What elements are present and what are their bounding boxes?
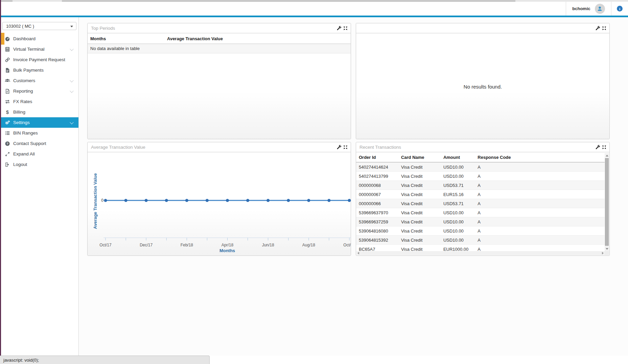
- column-header-amount[interactable]: Amount: [441, 153, 475, 162]
- data-point[interactable]: [287, 199, 290, 202]
- transaction-row[interactable]: 540274413799Visa CreditUSD10.00A: [356, 172, 605, 181]
- transaction-cell: EUR15.16: [441, 190, 475, 199]
- average-transaction-value-line-chart: Oct/17Dec/17Feb/18Apr/18Jun/18Aug/18Oct/…: [88, 153, 351, 256]
- merchant-select[interactable]: 103002 ( MC ): [2, 22, 76, 30]
- panel-results: No results found.: [356, 23, 610, 139]
- widget-config-wrench-icon[interactable]: [337, 145, 341, 149]
- data-point[interactable]: [145, 199, 148, 202]
- sidebar-item-expand-all[interactable]: Expand All: [0, 149, 78, 159]
- column-header-response-code[interactable]: Response Code: [475, 153, 605, 162]
- arrow-right-icon[interactable]: [602, 252, 604, 254]
- scroll-up-button[interactable]: [605, 153, 609, 158]
- data-point[interactable]: [307, 199, 310, 202]
- vertical-scrollbar-thumb[interactable]: [605, 158, 609, 246]
- data-point[interactable]: [226, 199, 229, 202]
- transaction-cell: 000000066: [356, 199, 398, 208]
- sidebar-item-contact-support[interactable]: ?Contact Support: [0, 138, 78, 149]
- data-point[interactable]: [266, 199, 270, 202]
- sidebar-item-label: Contact Support: [13, 141, 46, 146]
- sidebar-item-logout[interactable]: Logout: [0, 159, 78, 170]
- sidebar-item-invoice-payment-request[interactable]: Invoice Payment Request: [0, 54, 78, 65]
- transaction-cell: Visa Credit: [398, 172, 441, 181]
- transaction-cell: USD10.00: [441, 217, 475, 226]
- file-icon: [5, 68, 10, 73]
- panel-body: No results found.: [356, 34, 609, 139]
- sidebar-item-billing[interactable]: $Billing: [0, 107, 78, 117]
- widget-config-wrench-icon[interactable]: [337, 26, 341, 30]
- empty-message: No data available in table: [88, 44, 351, 53]
- user-menu[interactable]: bchomic: [566, 2, 611, 16]
- transaction-row[interactable]: 539064816080Visa CreditUSD10.00A: [356, 226, 605, 236]
- sidebar-item-label: Customers: [13, 78, 35, 83]
- transaction-row[interactable]: 000000068Visa CreditUSD53.71A: [356, 181, 605, 190]
- no-results-message: No results found.: [356, 34, 609, 139]
- widget-config-wrench-icon[interactable]: [596, 26, 600, 30]
- widget-collapse-icon[interactable]: [602, 26, 606, 30]
- sidebar-item-settings[interactable]: Settings: [0, 117, 78, 128]
- transaction-row[interactable]: 000000066Visa CreditUSD53.71A: [356, 199, 605, 208]
- data-point[interactable]: [185, 199, 188, 202]
- sidebar-item-customers[interactable]: Customers: [0, 75, 78, 86]
- data-point[interactable]: [206, 199, 209, 202]
- column-header-card-name[interactable]: Card Name: [398, 153, 441, 162]
- transaction-row[interactable]: 000000067Visa CreditEUR15.16A: [356, 190, 605, 199]
- transaction-row[interactable]: 539669637259Visa CreditUSD10.00A: [356, 217, 605, 226]
- vertical-scrollbar[interactable]: [605, 153, 609, 251]
- transaction-row[interactable]: BC65A7Visa CreditEUR1000.00A: [356, 245, 605, 252]
- sidebar-item-bulk-payments[interactable]: Bulk Payments: [0, 65, 78, 75]
- widget-collapse-icon[interactable]: [343, 26, 348, 30]
- x-axis-tick-label: Feb/18: [181, 243, 193, 247]
- sidebar-item-virtual-terminal[interactable]: Virtual Terminal: [0, 44, 78, 54]
- widget-config-wrench-icon[interactable]: [596, 145, 600, 149]
- sidebar-item-fx-rates[interactable]: FX Rates: [0, 96, 78, 107]
- scroll-down-button[interactable]: [605, 246, 609, 251]
- transaction-cell: USD53.71: [441, 181, 475, 190]
- column-header-order-id[interactable]: Order Id: [356, 153, 398, 162]
- panel-header: Average Transaction Value: [88, 142, 351, 152]
- sidebar-item-bin-ranges[interactable]: BIN Ranges: [0, 128, 78, 138]
- sidebar-item-dashboard[interactable]: Dashboard: [0, 33, 78, 44]
- data-point[interactable]: [104, 199, 107, 202]
- sidebar-item-reporting[interactable]: Reporting: [0, 86, 78, 96]
- column-header-avg-transaction-value[interactable]: Average Transaction Value: [164, 34, 351, 44]
- transaction-row[interactable]: 539669637970Visa CreditUSD10.00A: [356, 208, 605, 217]
- recent-transactions-table: Order IdCard NameAmountResponse Code 540…: [356, 153, 605, 251]
- username-label: bchomic: [572, 6, 590, 11]
- chart-x-axis-label: Months: [219, 248, 235, 253]
- widget-collapse-icon[interactable]: [343, 145, 348, 149]
- data-point[interactable]: [165, 199, 168, 202]
- transaction-cell: USD10.00: [441, 172, 475, 181]
- transaction-cell: A: [475, 162, 605, 172]
- x-axis-tick-label: Oct/17: [99, 243, 112, 247]
- arrow-left-icon[interactable]: [357, 252, 359, 254]
- dollar-icon: $: [5, 110, 10, 115]
- transaction-cell: Visa Credit: [398, 236, 441, 245]
- data-point[interactable]: [348, 199, 351, 202]
- calculator-icon: [5, 47, 10, 52]
- panel-header: [356, 23, 609, 33]
- chart-y-tick-zero: 0: [101, 198, 103, 203]
- sidebar-item-label: Billing: [13, 110, 25, 115]
- sidebar-item-label: Logout: [13, 162, 27, 167]
- question-icon: ?: [5, 141, 10, 146]
- data-point[interactable]: [246, 199, 249, 202]
- sidebar-item-label: Settings: [13, 120, 30, 125]
- chevron-down-icon: [70, 89, 73, 93]
- transaction-cell: USD10.00: [441, 226, 475, 236]
- horizontal-scrollbar[interactable]: [356, 251, 605, 255]
- transaction-cell: 539064815392: [356, 236, 398, 245]
- user-avatar-icon[interactable]: [595, 4, 605, 14]
- widget-collapse-icon[interactable]: [602, 145, 606, 149]
- transaction-cell: Visa Credit: [398, 245, 441, 252]
- transaction-cell: 539669637259: [356, 217, 398, 226]
- sidebar-item-label: Bulk Payments: [13, 68, 44, 73]
- transaction-cell: A: [475, 245, 605, 252]
- transaction-row[interactable]: 540274414624Visa CreditUSD10.00A: [356, 162, 605, 172]
- data-point[interactable]: [327, 199, 330, 202]
- column-header-months[interactable]: Months: [88, 34, 164, 44]
- data-point[interactable]: [124, 199, 127, 202]
- info-button[interactable]: i: [611, 2, 628, 16]
- panel-header: Recent Transactions: [356, 142, 609, 152]
- arrow-up-icon: [606, 155, 608, 156]
- transaction-row[interactable]: 539064815392Visa CreditUSD10.00A: [356, 236, 605, 245]
